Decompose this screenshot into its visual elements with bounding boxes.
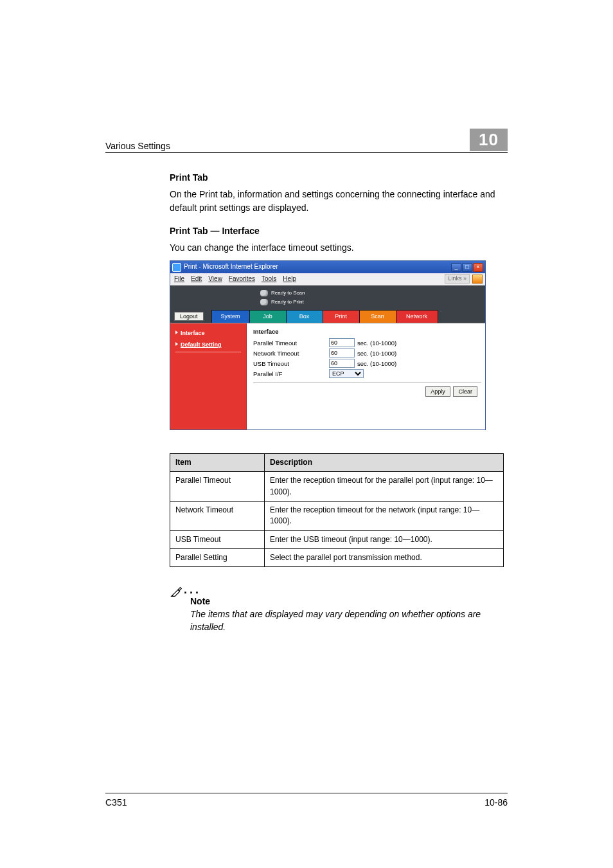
cell-desc: Enter the reception timeout for the para… (265, 472, 504, 502)
note-block: ... Note The items that are displayed ma… (170, 581, 504, 633)
section-intro-paragraph: On the Print tab, information and settin… (170, 188, 504, 214)
row-network-timeout: Network Timeout sec. (10-1000) (253, 348, 481, 357)
logout-button[interactable]: Logout (174, 312, 204, 321)
section-heading-print-tab: Print Tab (170, 171, 504, 184)
cell-desc: Enter the reception timeout for the netw… (265, 501, 504, 530)
panel-divider (253, 382, 481, 383)
cell-item: Parallel Timeout (170, 472, 265, 502)
label-parallel-timeout: Parallel Timeout (253, 339, 329, 348)
menu-file[interactable]: File (174, 275, 184, 284)
section-interface-paragraph: You can change the interface timeout set… (170, 241, 504, 254)
cell-desc: Enter the USB timeout (input range: 10—1… (265, 530, 504, 548)
table-row: USB Timeout Enter the USB timeout (input… (170, 530, 504, 548)
th-item: Item (170, 453, 265, 471)
sidebar-item-interface[interactable]: Interface (170, 327, 246, 339)
maximize-button[interactable]: □ (462, 263, 472, 272)
footer-right: 10-86 (484, 797, 508, 808)
menu-favorites[interactable]: Favorites (229, 275, 255, 284)
th-description: Description (265, 453, 504, 471)
select-parallel-if[interactable]: ECP (329, 369, 364, 378)
note-text: The items that are displayed may vary de… (190, 608, 504, 634)
tab-print[interactable]: Print (323, 310, 360, 323)
menu-view[interactable]: View (208, 275, 222, 284)
scanner-status-icon (260, 290, 268, 296)
tab-scan[interactable]: Scan (359, 310, 396, 323)
footer-left: C351 (105, 797, 127, 808)
side-panel: Interface Default Setting (170, 323, 247, 429)
menu-edit[interactable]: Edit (191, 275, 202, 284)
document-page: Various Settings 10 Print Tab On the Pri… (0, 0, 613, 868)
window-title: Print - Microsoft Internet Explorer (184, 262, 278, 272)
table-row: Parallel Setting Select the parallel por… (170, 549, 504, 567)
main-panel: Interface Parallel Timeout sec. (10-1000… (247, 323, 485, 429)
unit-parallel-timeout: sec. (10-1000) (357, 339, 396, 348)
cell-item: USB Timeout (170, 530, 265, 548)
device-status-band: Ready to Scan Ready to Print (170, 285, 485, 309)
window-controls: _ □ × (451, 263, 483, 272)
apply-button[interactable]: Apply (425, 386, 450, 397)
section-heading-interface: Print Tab — Interface (170, 224, 504, 237)
window-titlebar: Print - Microsoft Internet Explorer _ □ … (170, 261, 485, 273)
cell-item: Parallel Setting (170, 549, 265, 567)
tab-box[interactable]: Box (286, 310, 323, 323)
page-footer: C351 10-86 (105, 793, 508, 808)
clear-button[interactable]: Clear (453, 386, 477, 397)
cell-item: Network Timeout (170, 501, 265, 530)
table-row: Network Timeout Enter the reception time… (170, 501, 504, 530)
header-title: Various Settings (105, 141, 170, 151)
input-network-timeout[interactable] (329, 348, 355, 357)
label-usb-timeout: USB Timeout (253, 359, 329, 368)
sidebar-item-default-setting[interactable]: Default Setting (170, 339, 246, 350)
menu-tools[interactable]: Tools (262, 275, 276, 284)
input-usb-timeout[interactable] (329, 359, 355, 368)
note-heading: Note (190, 595, 504, 608)
page-header: Various Settings 10 (105, 129, 508, 153)
chevron-right-icon (175, 342, 178, 346)
printer-status-text: Ready to Print (271, 298, 304, 306)
links-toolbar-label[interactable]: Links » (445, 274, 470, 284)
label-network-timeout: Network Timeout (253, 349, 329, 358)
content-area: Interface Default Setting Interface Para… (170, 323, 485, 429)
ie-throbber-icon (472, 275, 483, 284)
browser-screenshot: Print - Microsoft Internet Explorer _ □ … (170, 260, 486, 429)
body-content: Print Tab On the Print tab, information … (170, 171, 504, 633)
panel-title: Interface (253, 327, 481, 336)
pencil-icon (170, 584, 184, 599)
minimize-button[interactable]: _ (451, 263, 461, 272)
input-parallel-timeout[interactable] (329, 338, 355, 347)
chevron-right-icon (175, 330, 178, 334)
row-parallel-if: Parallel I/F ECP (253, 369, 481, 378)
tab-job[interactable]: Job (249, 310, 287, 323)
ie-icon (172, 263, 181, 272)
tab-system[interactable]: System (211, 310, 250, 323)
unit-usb-timeout: sec. (10-1000) (357, 359, 396, 368)
chapter-number-badge: 10 (470, 129, 508, 151)
tab-network[interactable]: Network (396, 310, 438, 323)
row-usb-timeout: USB Timeout sec. (10-1000) (253, 359, 481, 368)
label-parallel-if: Parallel I/F (253, 370, 329, 379)
close-button[interactable]: × (473, 263, 483, 272)
menubar: File Edit View Favorites Tools Help Link… (170, 273, 485, 286)
cell-desc: Select the parallel port transmission me… (265, 549, 504, 567)
scanner-status-text: Ready to Scan (271, 289, 305, 297)
description-table: Item Description Parallel Timeout Enter … (170, 453, 504, 568)
menu-help[interactable]: Help (283, 275, 296, 284)
row-parallel-timeout: Parallel Timeout sec. (10-1000) (253, 338, 481, 347)
table-row: Parallel Timeout Enter the reception tim… (170, 472, 504, 502)
unit-network-timeout: sec. (10-1000) (357, 349, 396, 358)
nav-tab-row: Logout System Job Box Print Scan Network (170, 310, 485, 323)
printer-status-icon (260, 299, 268, 305)
sidebar-divider (175, 352, 241, 352)
